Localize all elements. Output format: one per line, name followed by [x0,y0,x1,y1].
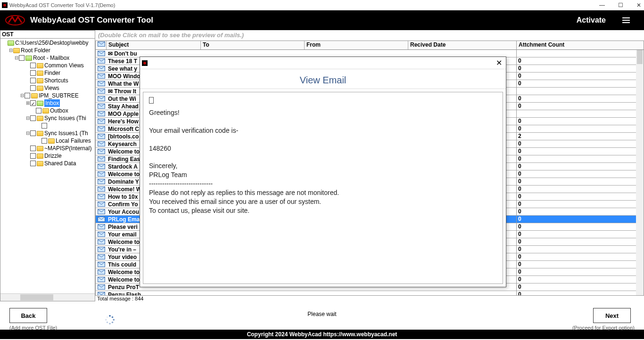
mail-subject: ✉ Throw It [107,88,138,95]
tree-node[interactable]: ⊟Sync Issues (Thi [0,114,95,122]
attachment-cell[interactable]: 0 [517,268,644,276]
close-button[interactable]: ✕ [636,2,641,8]
tree-node[interactable]: C:\Users\256\Desktop\webby [0,39,95,47]
tree-node[interactable]: ⊟Root - Mailbox [0,54,95,62]
attachment-cell[interactable]: 2 [517,133,644,140]
attachment-cell[interactable]: 0 [517,276,644,283]
attachment-cell[interactable]: 0 [517,80,644,88]
checkbox[interactable] [41,138,47,144]
attachment-cell[interactable]: 0 [517,246,644,253]
tree-node[interactable]: Shortcuts [0,77,95,84]
attachment-cell[interactable]: 0 [517,178,644,186]
checkbox[interactable] [30,146,36,151]
folder-icon [37,71,43,76]
attachment-cell[interactable]: 0 [517,163,644,170]
attachment-cell[interactable]: 0 [517,170,644,178]
tree-node[interactable]: ⊟Root Folder [0,47,95,54]
svg-point-43 [107,316,108,318]
attachment-cell[interactable]: 0 [517,73,644,80]
attachment-cell[interactable]: 0 [517,65,644,73]
attachment-cell[interactable]: 0 [517,223,644,231]
attachment-cell[interactable]: 0 [517,148,644,155]
checkbox[interactable] [30,78,36,83]
tree-node[interactable]: ~MAPISP(Internal) [0,145,95,152]
tree-node[interactable]: Common Views [0,62,95,69]
col-icon-head[interactable] [96,41,107,49]
attachment-cell[interactable]: 0 [517,231,644,238]
mail-row[interactable]: Penzu Flash [96,291,516,295]
folder-icon [37,63,43,68]
attachment-cell[interactable]: 0 [517,261,644,268]
mail-subject: Welcome! W [107,186,143,193]
maximize-button[interactable]: ☐ [618,2,623,8]
attachment-cell[interactable] [517,88,644,95]
attachment-cell[interactable]: 0 [517,291,644,295]
tree-node[interactable]: ⊞Inbox [0,99,95,107]
grid-vscrollbar[interactable] [636,50,644,295]
dialog-app-icon [142,60,148,66]
attachment-cell[interactable]: 0 [517,283,644,291]
tree-node[interactable]: ⊟IPM_SUBTREE [0,92,95,99]
back-button[interactable]: Back [9,308,47,323]
checkbox[interactable] [30,85,36,91]
attachment-cell[interactable]: 0 [517,208,644,216]
checkbox[interactable] [30,130,36,136]
attachment-cell[interactable] [517,110,644,118]
col-received-head[interactable]: Recived Date [408,41,516,49]
attachment-cell[interactable]: 0 [517,103,644,110]
attachment-cell[interactable]: 0 [517,95,644,103]
attachment-cell[interactable] [517,50,644,57]
tree-hscrollbar[interactable] [0,293,95,301]
checkbox[interactable] [30,153,36,159]
attachment-cell[interactable]: 0 [517,57,644,65]
attachment-cell[interactable]: 0 [517,186,644,193]
col-subject-head[interactable]: Subject [107,41,201,49]
tree-node[interactable]: Finder [0,69,95,77]
minimize-button[interactable]: — [599,2,605,8]
tree-node[interactable]: Shared Data [0,160,95,167]
folder-icon [25,56,32,61]
col-to-head[interactable]: To [201,41,305,49]
folder-tree[interactable]: C:\Users\256\Desktop\webby⊟Root Folder⊟R… [0,39,95,293]
checkbox[interactable] [41,123,47,129]
mail-icon [96,277,107,282]
mail-icon [96,141,107,146]
checkbox[interactable] [30,115,36,121]
dialog-close-button[interactable]: ✕ [496,58,502,67]
tree-node[interactable]: Local Failures [0,137,95,145]
mail-subject: ✉ Don't bu [107,50,139,57]
attachment-cell[interactable]: 0 [517,155,644,163]
activate-button[interactable]: Activate [577,16,606,24]
col-attachment-head[interactable]: Attchment Count [517,41,644,50]
attachment-cell[interactable]: 0 [517,216,644,223]
tree-node[interactable]: Drizzle [0,152,95,160]
checkbox[interactable] [19,55,25,61]
checkbox[interactable] [30,63,36,68]
attachment-cell[interactable]: 0 [517,140,644,148]
col-from-head[interactable]: From [305,41,408,49]
tree-node[interactable]: Outbox [0,107,95,114]
tree-node[interactable] [0,122,95,130]
tree-node[interactable]: ⊟Sync Issues1 (Th [0,130,95,137]
attachment-cell[interactable]: 0 [517,201,644,208]
svg-point-38 [113,319,115,321]
checkbox[interactable] [36,108,41,113]
checkbox[interactable] [30,161,36,166]
attachment-cell[interactable]: 0 [517,118,644,125]
mail-icon [96,119,107,124]
checkbox[interactable] [30,100,36,106]
menu-icon[interactable] [622,17,630,23]
email-body[interactable]: Greetings! Your email verification code … [143,92,503,284]
attachment-cell[interactable]: 0 [517,125,644,133]
checkbox[interactable] [30,70,36,76]
tree-node[interactable]: Views [0,84,95,92]
attachment-cell[interactable]: 0 [517,253,644,261]
mail-subject: Dominate Y [107,178,140,185]
attachment-body[interactable]: 0000000020000000000000000000000 [517,50,644,295]
checkbox[interactable] [25,93,30,98]
tree-label: Drizzle [44,152,62,160]
attachment-cell[interactable]: 0 [517,193,644,201]
mail-subject: This could [107,261,138,268]
next-button[interactable]: Next [593,308,631,323]
attachment-cell[interactable]: 0 [517,238,644,246]
